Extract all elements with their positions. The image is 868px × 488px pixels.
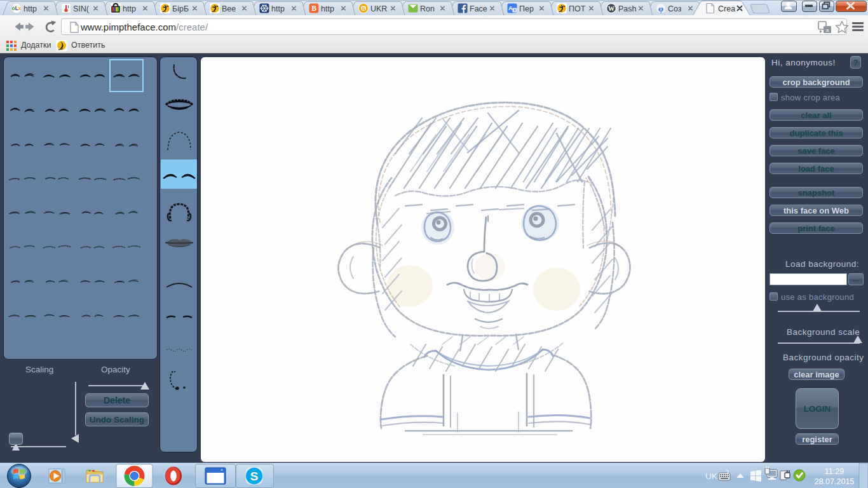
svg-text:ПОТ: ПОТ [569,4,586,13]
svg-text:UKR: UKR [370,4,387,13]
svg-text:Пер: Пер [519,4,534,13]
svg-text:Pash: Pash [618,4,637,13]
svg-text:oLx: oLx [12,5,22,11]
svg-text:28.07.2015: 28.07.2015 [815,477,855,486]
svg-text:W: W [608,5,615,12]
svg-text:БірБ: БірБ [172,4,189,13]
svg-text:UK: UK [705,471,717,481]
svg-text:Crea: Crea [718,4,735,13]
svg-text:Bee: Bee [222,4,236,13]
svg-text:SIN(: SIN( [73,4,90,13]
svg-text:B: B [311,4,316,12]
svg-text:φ: φ [658,4,663,13]
svg-text:N: N [362,6,365,11]
svg-text:http: http [123,4,136,13]
svg-text:http: http [24,4,37,13]
svg-text:S: S [250,470,259,483]
svg-text:http: http [271,4,285,13]
svg-text:A: A [508,5,513,11]
svg-text:11:29: 11:29 [825,467,844,476]
svg-text:http: http [321,4,334,13]
svg-text:a: a [826,27,829,33]
svg-text:Ron: Ron [420,4,435,13]
svg-text:Соз: Соз [668,4,682,13]
svg-text:Face: Face [470,4,487,13]
